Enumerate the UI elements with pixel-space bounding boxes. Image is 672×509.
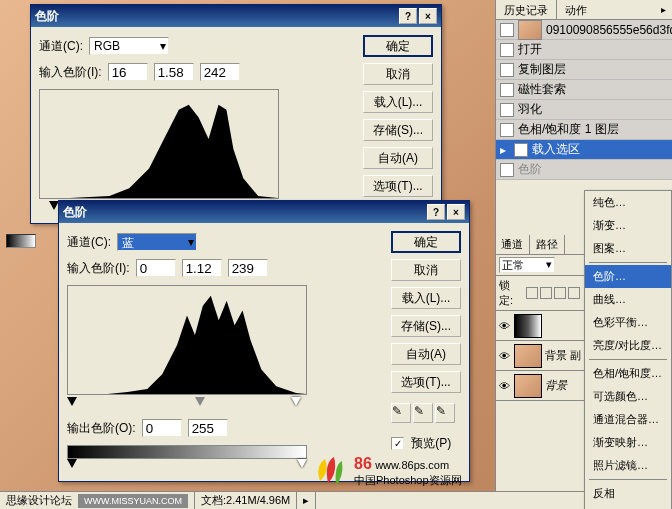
layer-thumb — [514, 374, 542, 398]
menu-item[interactable]: 反相 — [585, 482, 671, 505]
input-slider[interactable] — [67, 397, 307, 409]
output-white[interactable] — [188, 419, 228, 437]
history-item[interactable]: 色相/饱和度 1 图层 — [496, 120, 672, 140]
layers-panel: 通道 路径 正常 ▾ 锁定: 👁 色阶1 👁 背景 副 � — [495, 235, 584, 401]
lock-row: 锁定: — [495, 276, 584, 311]
cancel-button[interactable]: 取消 — [391, 259, 461, 281]
tab-history[interactable]: 历史记录 — [496, 0, 557, 19]
step-icon — [500, 83, 514, 97]
layer-thumb — [514, 314, 542, 338]
menu-item[interactable]: 图案… — [585, 237, 671, 260]
menu-item[interactable]: 渐变映射… — [585, 431, 671, 454]
menu-item[interactable]: 亮度/对比度… — [585, 334, 671, 357]
auto-button[interactable]: 自动(A) — [363, 147, 433, 169]
close-button[interactable]: × — [447, 204, 465, 220]
history-list: 0910090856555e56d3fd. 打开 复制图层 磁性套索 羽化 色相… — [496, 20, 672, 180]
lock-position-icon[interactable] — [554, 287, 566, 299]
blend-mode-select[interactable]: 正常 ▾ — [499, 257, 555, 273]
step-icon — [500, 43, 514, 57]
eyedropper-gray-icon[interactable]: ✎ — [413, 403, 433, 423]
gamma-thumb[interactable] — [195, 397, 205, 406]
channel-select[interactable]: RGB — [89, 37, 169, 55]
white-thumb[interactable] — [291, 397, 301, 406]
ok-button[interactable]: 确定 — [391, 231, 461, 253]
tab-paths[interactable]: 路径 — [530, 235, 565, 254]
layer-thumb — [514, 344, 542, 368]
input-levels-label: 输入色阶(I): — [67, 260, 130, 277]
auto-button[interactable]: 自动(A) — [391, 343, 461, 365]
eyedropper-white-icon[interactable]: ✎ — [435, 403, 455, 423]
step-icon — [500, 163, 514, 177]
options-button[interactable]: 选项(T)... — [391, 371, 461, 393]
menu-item[interactable]: 色彩平衡… — [585, 311, 671, 334]
history-item[interactable]: 色阶 — [496, 160, 672, 180]
input-black[interactable] — [136, 259, 176, 277]
visibility-icon[interactable]: 👁 — [497, 349, 511, 363]
load-button[interactable]: 载入(L)... — [391, 287, 461, 309]
menu-separator — [589, 479, 667, 480]
options-button[interactable]: 选项(T)... — [363, 175, 433, 197]
ok-button[interactable]: 确定 — [363, 35, 433, 57]
menu-item[interactable]: 纯色… — [585, 191, 671, 214]
menu-item-levels[interactable]: 色阶… — [585, 265, 671, 288]
titlebar-1[interactable]: 色阶 ? × — [31, 5, 441, 27]
history-item[interactable]: 打开 — [496, 40, 672, 60]
menu-item[interactable]: 曲线… — [585, 288, 671, 311]
layer-row[interactable]: 👁 背景 — [495, 371, 584, 401]
cancel-button[interactable]: 取消 — [363, 63, 433, 85]
load-button[interactable]: 载入(L)... — [363, 91, 433, 113]
channel-label: 通道(C): — [67, 234, 111, 251]
output-slider[interactable] — [67, 459, 307, 471]
tab-actions[interactable]: 动作 — [557, 0, 595, 19]
visibility-icon[interactable]: 👁 — [497, 319, 511, 333]
input-gamma[interactable] — [154, 63, 194, 81]
adjustment-menu: 纯色… 渐变… 图案… 色阶… 曲线… 色彩平衡… 亮度/对比度… 色相/饱和度… — [584, 190, 672, 509]
status-bar: 思缘设计论坛 WWW.MISSYUAN.COM 文档:2.41M/4.96M ▸ — [0, 491, 672, 509]
close-button[interactable]: × — [419, 8, 437, 24]
input-white[interactable] — [200, 63, 240, 81]
tab-channels[interactable]: 通道 — [495, 235, 530, 254]
history-snapshot[interactable]: 0910090856555e56d3fd. — [496, 20, 672, 40]
lock-pixels-icon[interactable] — [540, 287, 552, 299]
history-item[interactable]: 羽化 — [496, 100, 672, 120]
channel-select[interactable]: 蓝 — [117, 233, 197, 251]
help-button[interactable]: ? — [399, 8, 417, 24]
titlebar-2[interactable]: 色阶 ? × — [59, 201, 469, 223]
black-thumb[interactable] — [67, 397, 77, 406]
dialog-title: 色阶 — [63, 204, 425, 221]
visibility-icon[interactable]: 👁 — [497, 379, 511, 393]
menu-item[interactable]: 渐变… — [585, 214, 671, 237]
input-black[interactable] — [108, 63, 148, 81]
channel-label: 通道(C): — [39, 38, 83, 55]
menu-separator — [589, 359, 667, 360]
lock-transparency-icon[interactable] — [526, 287, 538, 299]
menu-item[interactable]: 阈值… — [585, 505, 671, 509]
menu-item[interactable]: 色相/饱和度… — [585, 362, 671, 385]
menu-item[interactable]: 通道混合器… — [585, 408, 671, 431]
lock-all-icon[interactable] — [568, 287, 580, 299]
help-button[interactable]: ? — [427, 204, 445, 220]
panel-menu-icon[interactable]: ▸ — [656, 2, 670, 16]
input-white[interactable] — [228, 259, 268, 277]
out-black-thumb[interactable] — [67, 459, 77, 468]
history-item[interactable]: 磁性套索 — [496, 80, 672, 100]
preview-checkbox[interactable]: ✓ — [391, 437, 404, 450]
history-item-selected[interactable]: ▸载入选区 — [496, 140, 672, 160]
menu-item[interactable]: 照片滤镜… — [585, 454, 671, 477]
history-panel-header: 历史记录 动作 ▸ — [496, 0, 672, 20]
step-icon — [500, 103, 514, 117]
save-button[interactable]: 存储(S)... — [391, 315, 461, 337]
menu-item[interactable]: 可选颜色… — [585, 385, 671, 408]
save-button[interactable]: 存储(S)... — [363, 119, 433, 141]
output-black[interactable] — [142, 419, 182, 437]
status-arrow-icon[interactable]: ▸ — [297, 492, 316, 509]
history-item[interactable]: 复制图层 — [496, 60, 672, 80]
eyedropper-black-icon[interactable]: ✎ — [391, 403, 411, 423]
input-gamma[interactable] — [182, 259, 222, 277]
layer-row[interactable]: 👁 色阶1 — [495, 311, 584, 341]
status-forum: 思缘设计论坛 WWW.MISSYUAN.COM — [0, 492, 195, 509]
layer-row[interactable]: 👁 背景 副 — [495, 341, 584, 371]
out-white-thumb[interactable] — [297, 459, 307, 468]
levels-dialog-1: 色阶 ? × 通道(C): RGB 输入色阶(I): 确定 取消 载入(L).. — [30, 4, 442, 224]
status-url: WWW.MISSYUAN.COM — [78, 494, 188, 508]
